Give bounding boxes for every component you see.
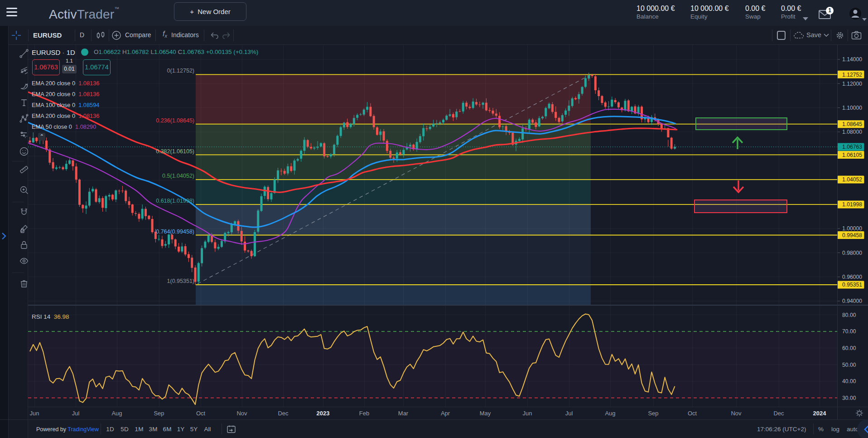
- svg-text:1.10000: 1.10000: [842, 105, 862, 111]
- svg-text:Oct: Oct: [688, 410, 697, 417]
- svg-text:0.94000: 0.94000: [842, 298, 862, 304]
- svg-text:Aug: Aug: [605, 410, 615, 417]
- svg-text:Apr: Apr: [441, 410, 450, 417]
- svg-text:Sep: Sep: [648, 410, 658, 417]
- svg-text:Oct: Oct: [196, 410, 206, 417]
- svg-text:1.12752: 1.12752: [842, 72, 862, 78]
- svg-text:Jul: Jul: [565, 410, 573, 417]
- svg-text:80.00: 80.00: [842, 312, 856, 318]
- svg-text:2024: 2024: [813, 410, 827, 417]
- svg-text:60.00: 60.00: [842, 345, 856, 351]
- svg-text:0.98000: 0.98000: [842, 250, 862, 256]
- svg-text:Mar: Mar: [398, 410, 409, 417]
- svg-text:Dec: Dec: [278, 410, 289, 417]
- svg-text:30.00: 30.00: [842, 395, 856, 401]
- svg-text:Sep: Sep: [154, 410, 164, 417]
- svg-text:1.08000: 1.08000: [842, 129, 862, 135]
- svg-text:Jun: Jun: [30, 410, 39, 417]
- svg-text:1.12000: 1.12000: [842, 81, 862, 87]
- svg-text:0.99458: 0.99458: [842, 232, 862, 238]
- svg-text:0.96000: 0.96000: [842, 274, 862, 280]
- svg-text:40.00: 40.00: [842, 378, 856, 384]
- svg-text:1.06763: 1.06763: [842, 144, 862, 150]
- svg-text:Jul: Jul: [72, 410, 80, 417]
- svg-text:1.14000: 1.14000: [842, 56, 862, 63]
- svg-text:50.00: 50.00: [842, 362, 856, 368]
- svg-text:Nov: Nov: [731, 410, 742, 417]
- svg-text:1.08645: 1.08645: [842, 121, 862, 127]
- svg-text:1.04052: 1.04052: [842, 176, 862, 183]
- svg-text:1.00000: 1.00000: [842, 225, 862, 232]
- svg-text:1.01998: 1.01998: [842, 201, 862, 208]
- svg-text:Dec: Dec: [773, 410, 784, 417]
- svg-text:Aug: Aug: [111, 410, 122, 417]
- svg-text:May: May: [480, 410, 491, 417]
- svg-text:Jun: Jun: [523, 410, 532, 417]
- svg-text:2023: 2023: [317, 410, 330, 417]
- svg-text:Nov: Nov: [236, 410, 247, 417]
- svg-text:Feb: Feb: [359, 410, 369, 417]
- svg-text:70.00: 70.00: [842, 328, 856, 335]
- svg-text:1.06105: 1.06105: [842, 152, 862, 158]
- svg-text:0.95351: 0.95351: [842, 282, 862, 288]
